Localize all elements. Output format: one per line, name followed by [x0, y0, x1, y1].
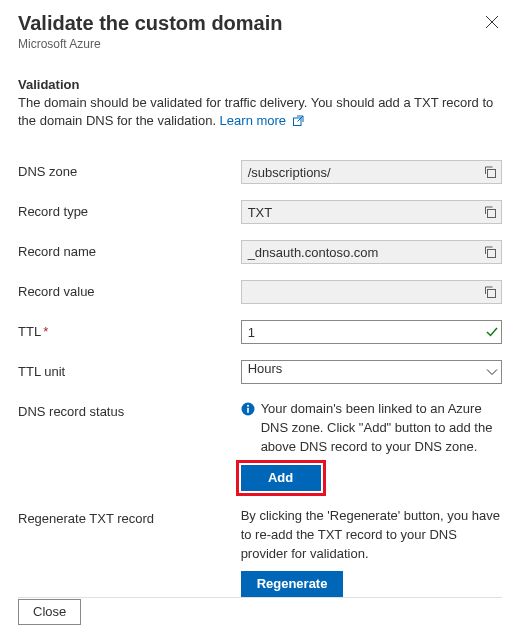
copy-icon[interactable]: [483, 165, 497, 179]
dns-status-text: Your domain's been linked to an Azure DN…: [261, 400, 502, 457]
record-name-field: _dnsauth.contoso.com: [241, 240, 502, 264]
close-button[interactable]: Close: [18, 599, 81, 625]
svg-rect-7: [487, 290, 495, 298]
validation-description: The domain should be validated for traff…: [18, 94, 502, 132]
record-type-label: Record type: [18, 200, 241, 219]
regenerate-label: Regenerate TXT record: [18, 507, 241, 526]
ttl-input[interactable]: [241, 320, 502, 344]
ttl-unit-dropdown[interactable]: Hours: [241, 360, 502, 384]
info-icon: [241, 402, 255, 416]
svg-rect-6: [487, 250, 495, 258]
svg-line-3: [297, 116, 303, 122]
ttl-unit-label: TTL unit: [18, 360, 241, 379]
svg-rect-9: [247, 408, 249, 413]
copy-icon[interactable]: [483, 245, 497, 259]
copy-icon[interactable]: [483, 205, 497, 219]
close-icon[interactable]: [482, 12, 502, 32]
record-value-field: [241, 280, 502, 304]
dns-status-label: DNS record status: [18, 400, 241, 419]
dns-zone-label: DNS zone: [18, 160, 241, 179]
copy-icon[interactable]: [483, 285, 497, 299]
dns-zone-field: /subscriptions/: [241, 160, 502, 184]
record-name-label: Record name: [18, 240, 241, 259]
validation-heading: Validation: [18, 77, 502, 92]
add-button[interactable]: Add: [241, 465, 321, 491]
svg-point-10: [247, 405, 249, 407]
record-value-label: Record value: [18, 280, 241, 299]
external-link-icon: [292, 114, 304, 132]
svg-rect-5: [487, 210, 495, 218]
regenerate-button[interactable]: Regenerate: [241, 571, 344, 597]
ttl-label: TTL*: [18, 320, 241, 339]
panel-subtitle: Microsoft Azure: [18, 37, 283, 51]
svg-rect-4: [487, 170, 495, 178]
learn-more-link[interactable]: Learn more: [220, 113, 286, 128]
panel-title: Validate the custom domain: [18, 12, 283, 35]
record-type-field: TXT: [241, 200, 502, 224]
regenerate-text: By clicking the 'Regenerate' button, you…: [241, 507, 502, 564]
